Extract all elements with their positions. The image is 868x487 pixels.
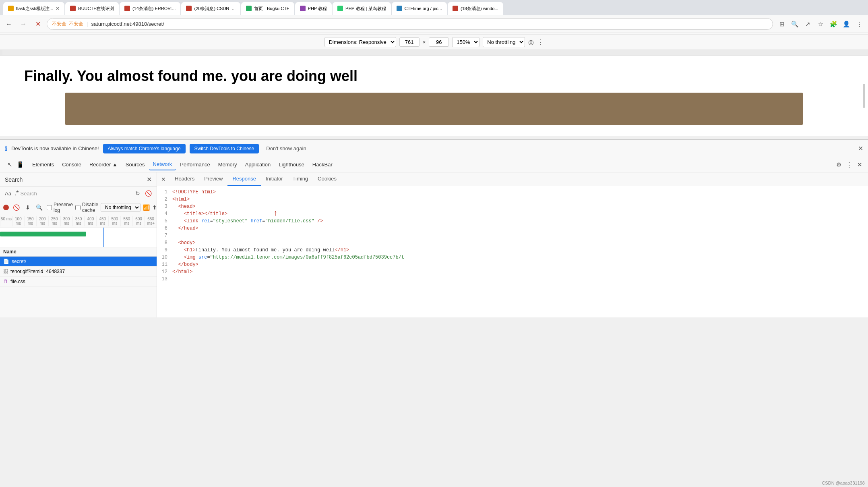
line-num-2: 2 bbox=[160, 197, 172, 202]
width-input[interactable] bbox=[399, 37, 420, 47]
ruler-350ms: 350 ms bbox=[72, 216, 85, 226]
code-line-2: 2 <html> bbox=[160, 197, 865, 204]
back-button[interactable]: ← bbox=[3, 19, 14, 30]
tab-headers[interactable]: Headers bbox=[170, 172, 199, 186]
close-devtools-button[interactable]: ✕ bbox=[855, 160, 865, 170]
notification-close-button[interactable]: ✕ bbox=[858, 145, 863, 152]
devtools-resize-handle[interactable]: — — bbox=[0, 136, 868, 139]
network-row-filecss[interactable]: 🗒 file.css bbox=[0, 277, 157, 287]
name-column-header: Name bbox=[3, 249, 17, 255]
network-row-tenor[interactable]: 🖼 tenor.gif?itemid=4648337 bbox=[0, 267, 157, 277]
panel-console-button[interactable]: Console bbox=[58, 159, 85, 170]
zoom-select[interactable]: 150% bbox=[452, 37, 479, 47]
tab-title-bugku: 首页 - Bugku CTF bbox=[254, 6, 289, 12]
extensions-button[interactable]: 🧩 bbox=[828, 19, 839, 30]
ruler-50ms: 50 ms bbox=[0, 216, 12, 226]
dont-show-again-button[interactable]: Don't show again bbox=[263, 143, 309, 153]
responsive-select[interactable]: Dimensions: Responsive bbox=[324, 37, 396, 47]
scrollbar-thumb[interactable] bbox=[863, 84, 865, 108]
resize-handle[interactable] bbox=[860, 56, 868, 136]
switch-devtools-button[interactable]: Switch DevTools to Chinese bbox=[190, 144, 259, 153]
tab-windo[interactable]: (18条消息) windo... bbox=[448, 2, 503, 15]
tab-flask[interactable]: flask之ssti模版注... ✕ bbox=[3, 2, 64, 15]
ruler-150ms: 150 ms bbox=[24, 216, 36, 226]
line-num-8: 8 bbox=[160, 240, 172, 246]
tab-preview[interactable]: Preview bbox=[199, 172, 227, 186]
height-input[interactable] bbox=[429, 37, 449, 47]
response-close-button[interactable]: ✕ bbox=[157, 174, 170, 185]
search-network-button[interactable]: 🔍 bbox=[34, 203, 44, 211]
webpage-brown-bar bbox=[65, 93, 803, 125]
reload-button[interactable]: ✕ bbox=[32, 19, 43, 30]
tab-php1[interactable]: PHP 教程 bbox=[295, 2, 332, 15]
disable-cache-label[interactable]: Disable cache bbox=[75, 202, 98, 213]
search-refresh-button[interactable]: ↻ bbox=[134, 189, 142, 197]
panel-elements-button[interactable]: Elements bbox=[28, 159, 58, 170]
device-toggle-button[interactable]: 📱 bbox=[15, 160, 26, 170]
panel-application-button[interactable]: Application bbox=[241, 159, 275, 170]
line-content-2: <html> bbox=[172, 197, 865, 202]
tab-bugku[interactable]: 首页 - Bugku CTF bbox=[241, 2, 294, 15]
preserve-log-label[interactable]: Preserve log bbox=[47, 202, 73, 213]
timeline-track bbox=[0, 228, 157, 247]
panel-lighthouse-button[interactable]: Lighthouse bbox=[275, 159, 308, 170]
ruler-500ms: 500 ms bbox=[108, 216, 120, 226]
url-warning-text: 不安全 bbox=[69, 21, 83, 27]
tab-close-flask[interactable]: ✕ bbox=[56, 6, 60, 11]
search-input[interactable] bbox=[21, 191, 132, 197]
panel-sources-button[interactable]: Sources bbox=[122, 159, 149, 170]
network-list-header: Name bbox=[0, 247, 157, 257]
more-button[interactable]: ⋮ bbox=[537, 38, 544, 46]
inspect-element-button[interactable]: ↖ bbox=[6, 160, 14, 170]
disable-cache-checkbox[interactable] bbox=[75, 205, 81, 210]
translate-button[interactable]: ⊞ bbox=[776, 19, 787, 30]
search-close-button[interactable]: ✕ bbox=[147, 176, 152, 183]
network-list: 📄 secret/ 🖼 tenor.gif?itemid=4648337 🗒 f… bbox=[0, 257, 157, 317]
line-num-9: 9 bbox=[160, 247, 172, 253]
throttle-network-select[interactable]: No throttling bbox=[101, 203, 141, 212]
panel-hackbar-button[interactable]: HackBar bbox=[308, 159, 337, 170]
tab-buuctf[interactable]: BUUCTF在线评测 bbox=[65, 2, 119, 15]
tab-initiator[interactable]: Initiator bbox=[261, 172, 288, 186]
record-button[interactable] bbox=[3, 205, 9, 210]
tab-csdn[interactable]: (20条消息) CSDN -... bbox=[181, 2, 240, 15]
capture-button[interactable]: ◎ bbox=[528, 38, 534, 46]
url-bar[interactable]: 不安全 不安全 | saturn.picoctf.net:49810/secre… bbox=[47, 18, 773, 30]
tab-ctftime[interactable]: CTFtime.org / pic... bbox=[392, 2, 447, 15]
panel-performance-button[interactable]: Performance bbox=[176, 159, 214, 170]
profile-button[interactable]: 👤 bbox=[841, 19, 852, 30]
network-row-secret[interactable]: 📄 secret/ bbox=[0, 257, 157, 267]
search-button[interactable]: 🔍 bbox=[789, 19, 800, 30]
search-regex-button[interactable]: .* bbox=[14, 190, 19, 197]
upload-icon[interactable]: ⬆ bbox=[152, 204, 157, 211]
panel-recorder-button[interactable]: Recorder ▲ bbox=[85, 159, 122, 170]
menu-button[interactable]: ⋮ bbox=[854, 19, 865, 30]
forward-button[interactable]: → bbox=[18, 19, 29, 30]
code-view: 1 <!DOCTYPE html> 2 <html> 3 <head> 4 <t… bbox=[157, 186, 868, 317]
line-content-9: <h1>Finally. You almost found me. you ar… bbox=[172, 247, 865, 253]
tab-title-php2: PHP 教程 | 菜鸟教程 bbox=[345, 6, 386, 12]
clear-button[interactable]: 🚫 bbox=[11, 203, 21, 211]
wifi-icon[interactable]: 📶 bbox=[143, 204, 150, 211]
tab-favicon-ctftime bbox=[397, 6, 402, 11]
tab-cookies[interactable]: Cookies bbox=[313, 172, 341, 186]
search-aa-button[interactable]: Aa bbox=[3, 190, 13, 197]
bookmark-button[interactable]: ☆ bbox=[815, 19, 826, 30]
panel-memory-button[interactable]: Memory bbox=[214, 159, 241, 170]
always-match-button[interactable]: Always match Chrome's language bbox=[103, 144, 186, 153]
tab-error[interactable]: (14条消息) ERROR:... bbox=[120, 2, 181, 15]
share-button[interactable]: ↗ bbox=[802, 19, 813, 30]
throttle-select[interactable]: No throttling bbox=[483, 37, 525, 47]
ruler-650ms: 650 ms+ bbox=[145, 216, 157, 226]
preserve-log-checkbox[interactable] bbox=[47, 205, 52, 210]
tab-php2[interactable]: PHP 教程 | 菜鸟教程 bbox=[333, 2, 391, 15]
code-line-1: 1 <!DOCTYPE html> bbox=[160, 189, 865, 197]
settings-button[interactable]: ⚙ bbox=[834, 160, 844, 170]
tab-timing[interactable]: Timing bbox=[288, 172, 313, 186]
tab-response[interactable]: Response bbox=[227, 172, 261, 186]
panel-network-button[interactable]: Network bbox=[149, 159, 176, 170]
filter-button[interactable]: ⬇ bbox=[24, 203, 32, 211]
search-cancel-button[interactable]: 🚫 bbox=[143, 189, 153, 197]
more-options-button[interactable]: ⋮ bbox=[844, 160, 855, 170]
line-num-4: 4 bbox=[160, 211, 172, 217]
